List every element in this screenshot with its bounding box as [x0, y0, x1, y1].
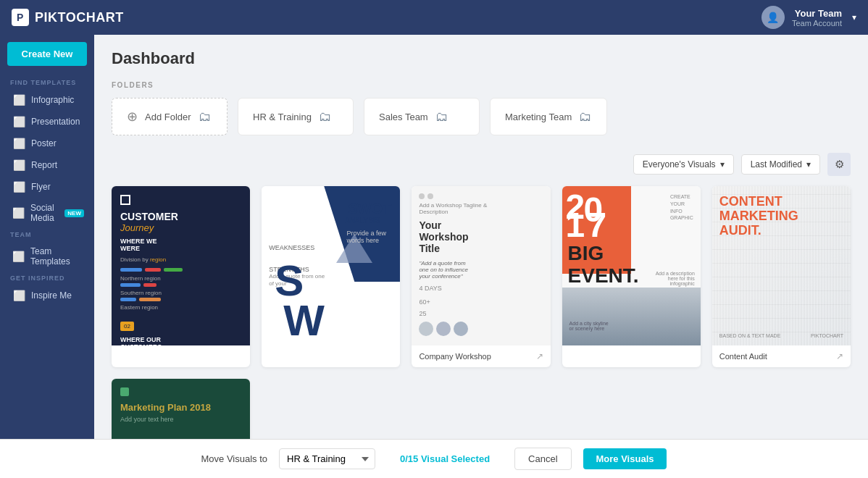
main-layout: Create New FIND TEMPLATES ⬜ Infographic …: [0, 35, 868, 439]
folder-hr-training[interactable]: HR & Training 🗂: [238, 98, 354, 135]
visuals-grid: CUSTOMER Journey WHERE WEWERE Division b…: [112, 186, 851, 439]
visual-card-marketing-plan[interactable]: Marketing Plan 2018 Add your text here M…: [112, 379, 250, 439]
sort-filter-dropdown[interactable]: Last Modified ▾: [741, 154, 820, 175]
sidebar-item-label: Social Media: [30, 203, 59, 223]
visual-card-swot[interactable]: SWOT ANALYSIS Provide a few words here S…: [262, 186, 400, 367]
visual-thumbnail: Marketing Plan 2018 Add your text here: [112, 379, 250, 439]
app-header: P PIKTOCHART 👤 Your Team Team Account ▾: [0, 0, 868, 35]
user-info: Your Team Team Account: [792, 8, 842, 28]
visual-card-company-workshop[interactable]: Add a Workshop Tagline &Description Your…: [412, 186, 550, 367]
flyer-icon: ⬜: [12, 181, 25, 193]
visual-name: Company Workshop: [419, 352, 491, 361]
visual-thumbnail: CONTENTMARKETINGAUDIT. BASED ON & TEXT M…: [712, 186, 851, 345]
external-link-icon: ↗: [836, 351, 843, 361]
visual-thumbnail: 2 0 1 7 CREATEYOURINFOGRAPHIC BIGEVENT. …: [562, 186, 701, 345]
sort-filter-label: Last Modified: [751, 159, 802, 169]
presentation-icon: ⬜: [12, 116, 25, 127]
move-destination-select[interactable]: HR & Training Sales Team Marketing Team: [279, 448, 375, 469]
folder-sales-team[interactable]: Sales Team 🗂: [364, 98, 480, 135]
visual-card-content-audit[interactable]: CONTENTMARKETINGAUDIT. BASED ON & TEXT M…: [712, 186, 851, 367]
folder-icon: 🗂: [199, 109, 212, 125]
add-folder-label: Add Folder: [145, 112, 191, 122]
avatar: 👤: [761, 6, 785, 29]
add-folder-button[interactable]: ⊕ Add Folder 🗂: [112, 98, 228, 135]
team-section-label: TEAM: [0, 228, 94, 241]
logo-icon: P: [12, 9, 29, 26]
sidebar-item-label: Report: [31, 160, 57, 170]
folder-name: Sales Team: [379, 112, 428, 122]
settings-button[interactable]: ⚙: [827, 153, 851, 176]
selected-count: 0/15 Visual Selected: [387, 453, 503, 464]
report-icon: ⬜: [12, 159, 25, 171]
user-name: Your Team: [792, 8, 842, 19]
sidebar-item-social-media[interactable]: ⬜ Social Media NEW: [0, 198, 94, 228]
folder-icon: 🗂: [319, 109, 332, 125]
infographic-icon: ⬜: [12, 94, 25, 106]
logo-text: PIKTOCHART: [35, 10, 124, 25]
bottom-bar: Move Visuals to HR & Training Sales Team…: [0, 439, 868, 478]
folder-name: HR & Training: [253, 112, 312, 122]
folder-icon: 🗂: [579, 109, 592, 125]
sidebar-item-infographic[interactable]: ⬜ Infographic: [0, 89, 94, 111]
team-templates-icon: ⬜: [12, 251, 25, 262]
inspire-me-icon: ⬜: [12, 290, 25, 301]
plus-icon: ⊕: [127, 109, 138, 125]
sidebar-item-poster[interactable]: ⬜ Poster: [0, 133, 94, 154]
cancel-button[interactable]: Cancel: [514, 448, 571, 470]
poster-icon: ⬜: [12, 138, 25, 149]
content-area: Dashboard FOLDERS ⊕ Add Folder 🗂 HR & Tr…: [94, 35, 868, 439]
get-inspired-section-label: GET INSPIRED: [0, 272, 94, 285]
sidebar-item-label: Inspire Me: [31, 290, 72, 301]
visual-label: Content Audit ↗: [712, 345, 851, 367]
sidebar-item-team-templates[interactable]: ⬜ Team Templates: [0, 241, 94, 272]
visual-label: Company Workshop ↗: [412, 345, 550, 367]
chevron-down-icon: ▾: [852, 12, 856, 22]
sidebar: Create New FIND TEMPLATES ⬜ Infographic …: [0, 35, 94, 439]
chevron-down-icon: ▾: [720, 159, 725, 169]
folder-name: Marketing Team: [505, 112, 572, 122]
visual-thumbnail: Add a Workshop Tagline &Description Your…: [412, 186, 550, 345]
find-templates-section-label: FIND TEMPLATES: [0, 76, 94, 89]
sidebar-item-presentation[interactable]: ⬜ Presentation: [0, 111, 94, 133]
external-link-icon: ↗: [536, 351, 543, 361]
logo: P PIKTOCHART: [12, 9, 124, 26]
folder-marketing-team[interactable]: Marketing Team 🗂: [490, 98, 607, 135]
visual-thumbnail: CUSTOMER Journey WHERE WEWERE Division b…: [112, 186, 250, 345]
page-title: Dashboard: [112, 49, 851, 68]
visuals-filter-label: Everyone's Visuals: [643, 159, 716, 169]
visuals-filter-dropdown[interactable]: Everyone's Visuals ▾: [633, 154, 734, 175]
more-visuals-button[interactable]: More Visuals: [583, 448, 667, 469]
sidebar-item-inspire-me[interactable]: ⬜ Inspire Me: [0, 285, 94, 306]
folders-label: FOLDERS: [112, 81, 851, 89]
sidebar-item-label: Flyer: [31, 182, 51, 192]
sidebar-item-label: Poster: [31, 138, 57, 148]
visuals-toolbar: Everyone's Visuals ▾ Last Modified ▾ ⚙: [112, 153, 851, 176]
visual-card-big-event[interactable]: 2 0 1 7 CREATEYOURINFOGRAPHIC BIGEVENT. …: [562, 186, 701, 367]
folders-row: ⊕ Add Folder 🗂 HR & Training 🗂 Sales Tea…: [112, 98, 851, 135]
sidebar-item-report[interactable]: ⬜ Report: [0, 154, 94, 176]
sidebar-item-label: Presentation: [31, 117, 80, 127]
visual-name: Content Audit: [719, 352, 767, 361]
chevron-down-icon: ▾: [806, 159, 811, 169]
create-new-button[interactable]: Create New: [7, 42, 87, 66]
user-role: Team Account: [792, 19, 842, 28]
move-visuals-label: Move Visuals to: [201, 453, 268, 464]
social-media-icon: ⬜: [12, 207, 25, 219]
sidebar-item-flyer[interactable]: ⬜ Flyer: [0, 176, 94, 198]
gear-icon: ⚙: [835, 158, 844, 171]
user-menu[interactable]: 👤 Your Team Team Account ▾: [761, 6, 856, 29]
visual-thumbnail: SWOT ANALYSIS Provide a few words here S…: [262, 186, 400, 345]
visual-card-customer-journey[interactable]: CUSTOMER Journey WHERE WEWERE Division b…: [112, 186, 250, 367]
sidebar-item-label: Team Templates: [30, 246, 84, 267]
new-badge: NEW: [64, 209, 84, 217]
sidebar-item-label: Infographic: [31, 95, 74, 105]
folder-icon: 🗂: [435, 109, 448, 125]
